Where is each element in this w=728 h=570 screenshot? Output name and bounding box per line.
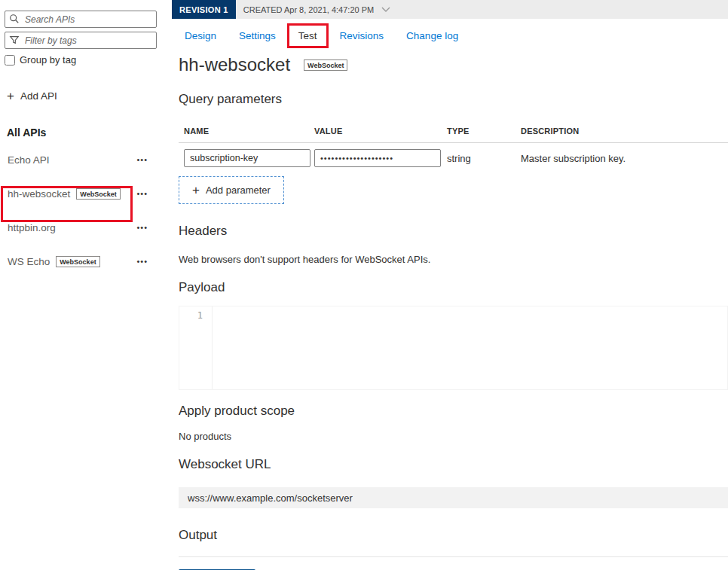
- api-item-label: Echo API: [8, 154, 50, 166]
- revision-bar: REVISION 1 CREATED Apr 8, 2021, 4:47:20 …: [172, 0, 728, 19]
- websocket-badge: WebSocket: [76, 188, 120, 200]
- add-parameter-label: Add parameter: [206, 184, 271, 196]
- query-parameters-heading: Query parameters: [179, 92, 728, 107]
- filter-icon: [9, 35, 20, 45]
- api-item-label: WS Echo: [8, 256, 50, 267]
- payload-editor[interactable]: 1: [179, 306, 728, 390]
- websocket-url-heading: Websocket URL: [179, 457, 728, 472]
- filter-by-tags-box: [5, 32, 157, 49]
- payload-heading: Payload: [179, 280, 728, 295]
- sidebar-item-hh-websocket[interactable]: hh-websocket WebSocket •••: [5, 177, 167, 211]
- headers-message: Web browsers don't support headers for W…: [179, 254, 728, 265]
- page-title: hh-websocket: [179, 54, 290, 75]
- plus-icon: +: [192, 184, 200, 197]
- main-panel: REVISION 1 CREATED Apr 8, 2021, 4:47:20 …: [167, 0, 728, 570]
- websocket-badge: WebSocket: [304, 59, 347, 71]
- group-by-tag-checkbox[interactable]: [5, 55, 15, 66]
- add-api-label: Add API: [20, 90, 57, 102]
- revision-created-text: CREATED Apr 8, 2021, 4:47:20 PM: [243, 5, 374, 14]
- column-type: TYPE: [447, 126, 521, 136]
- query-param-row: string Master subscription key.: [179, 149, 728, 167]
- api-tabs: Design Settings Test Revisions Change lo…: [173, 23, 728, 48]
- add-parameter-button[interactable]: + Add parameter: [179, 176, 284, 204]
- chevron-down-icon: [381, 7, 390, 12]
- param-name-input[interactable]: [184, 149, 310, 167]
- api-item-label: httpbin.org: [8, 222, 56, 233]
- product-scope-message: No products: [179, 431, 728, 442]
- all-apis-heading: All APIs: [7, 126, 167, 139]
- headers-heading: Headers: [179, 224, 728, 239]
- context-menu-icon[interactable]: •••: [136, 224, 148, 232]
- context-menu-icon[interactable]: •••: [136, 156, 148, 164]
- column-value: VALUE: [314, 126, 447, 136]
- group-by-tag-row[interactable]: Group by tag: [5, 54, 167, 66]
- sidebar-item-httpbin[interactable]: httpbin.org •••: [5, 211, 167, 245]
- context-menu-icon[interactable]: •••: [136, 258, 148, 266]
- test-tab-content: hh-websocket WebSocket Query parameters …: [167, 48, 728, 570]
- page-title-row: hh-websocket WebSocket: [179, 54, 728, 75]
- search-apis-box: [5, 11, 157, 28]
- column-description: DESCRIPTION: [521, 126, 728, 136]
- search-apis-input[interactable]: [5, 11, 157, 28]
- context-menu-icon[interactable]: •••: [136, 190, 148, 198]
- payload-editor-content[interactable]: [213, 306, 727, 389]
- sidebar-item-echo-api[interactable]: Echo API •••: [5, 143, 167, 177]
- tab-design[interactable]: Design: [173, 23, 228, 48]
- footer-bar: Connect Bypass CORS proxy i: [179, 556, 728, 570]
- plus-icon: +: [7, 90, 14, 102]
- column-name: NAME: [184, 126, 314, 136]
- tab-settings[interactable]: Settings: [228, 23, 287, 48]
- editor-line-number: 1: [179, 306, 213, 389]
- group-by-tag-label: Group by tag: [20, 54, 76, 66]
- output-heading: Output: [179, 528, 728, 543]
- add-api-button[interactable]: + Add API: [7, 90, 167, 102]
- tab-test[interactable]: Test: [287, 23, 329, 48]
- websocket-badge: WebSocket: [56, 256, 99, 267]
- websocket-url-input[interactable]: [179, 487, 728, 508]
- sidebar-item-ws-echo[interactable]: WS Echo WebSocket •••: [5, 245, 167, 279]
- query-params-table-header: NAME VALUE TYPE DESCRIPTION: [179, 126, 728, 143]
- search-icon: [9, 14, 20, 24]
- param-type: string: [447, 153, 521, 164]
- tab-change-log[interactable]: Change log: [395, 23, 470, 48]
- product-scope-heading: Apply product scope: [179, 404, 728, 419]
- filter-by-tags-input[interactable]: [5, 32, 157, 49]
- param-value-input[interactable]: [314, 149, 441, 167]
- param-description: Master subscription key.: [521, 153, 728, 164]
- revision-badge[interactable]: REVISION 1: [172, 0, 236, 19]
- tab-revisions[interactable]: Revisions: [329, 23, 396, 48]
- api-list-sidebar: Group by tag + Add API All APIs Echo API…: [0, 0, 167, 570]
- revision-created-strip[interactable]: CREATED Apr 8, 2021, 4:47:20 PM: [236, 0, 728, 19]
- api-item-label: hh-websocket: [8, 188, 70, 200]
